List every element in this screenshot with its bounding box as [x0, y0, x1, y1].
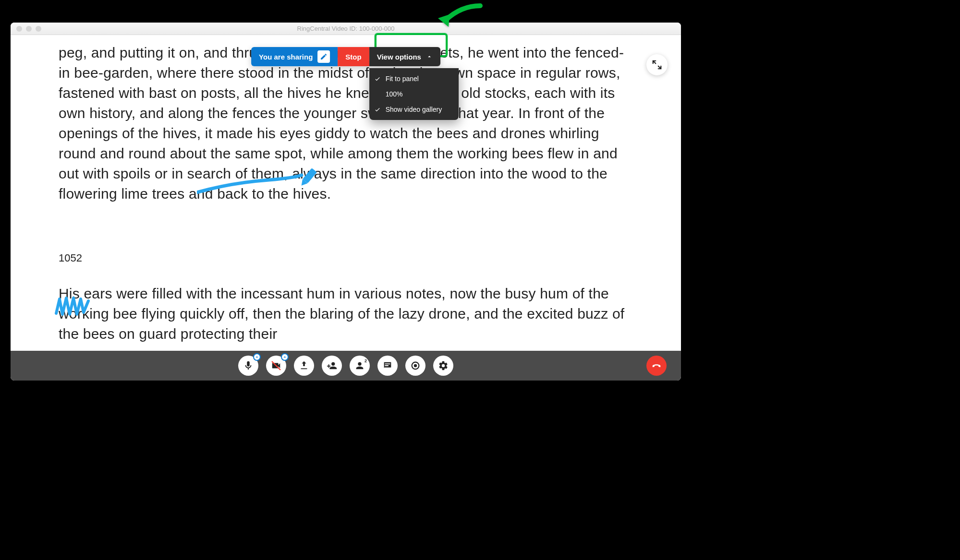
- window-traffic-lights[interactable]: [11, 26, 41, 32]
- stop-label: Stop: [345, 53, 361, 61]
- pencil-icon: [320, 53, 328, 60]
- record-button[interactable]: [405, 356, 425, 376]
- video-button[interactable]: [266, 356, 286, 376]
- close-dot[interactable]: [16, 26, 22, 32]
- chevron-up-icon: [282, 352, 288, 362]
- menu-item-show-video-gallery[interactable]: Show video gallery: [369, 102, 459, 117]
- titlebar: RingCentral Video ID: 100-000-000: [11, 23, 681, 35]
- minimize-dot[interactable]: [26, 26, 32, 32]
- app-window: RingCentral Video ID: 100-000-000 peg, a…: [11, 23, 681, 381]
- expand-icon: [652, 60, 662, 70]
- participant-count: 2: [365, 358, 367, 363]
- video-expand-badge[interactable]: [281, 353, 289, 361]
- window-title: RingCentral Video ID: 100-000-000: [11, 25, 681, 32]
- mute-button[interactable]: [238, 356, 258, 376]
- share-button[interactable]: [294, 356, 314, 376]
- chevron-up-icon: [426, 53, 433, 60]
- share-icon: [299, 360, 309, 371]
- gear-icon: [438, 360, 449, 371]
- menu-item-fit-to-panel[interactable]: Fit to panel: [369, 71, 459, 86]
- view-options-label: View options: [377, 53, 421, 61]
- record-icon: [410, 360, 421, 371]
- sharing-indicator: You are sharing: [251, 47, 338, 66]
- chat-icon: [382, 360, 393, 371]
- chevron-up-icon: [254, 352, 260, 362]
- settings-button[interactable]: [433, 356, 453, 376]
- invite-button[interactable]: [322, 356, 342, 376]
- chat-button[interactable]: [377, 356, 398, 376]
- add-person-icon: [327, 360, 337, 371]
- audio-expand-badge[interactable]: [253, 353, 261, 361]
- expand-button[interactable]: [646, 54, 668, 75]
- view-options-button[interactable]: View options Fit to panel 100%: [369, 47, 440, 66]
- hangup-icon: [651, 360, 662, 371]
- menu-item-100-percent[interactable]: 100%: [369, 86, 459, 102]
- participants-button[interactable]: 2: [350, 356, 370, 376]
- sharing-label: You are sharing: [259, 53, 313, 61]
- annotate-button[interactable]: [317, 50, 330, 63]
- menu-item-label: 100%: [386, 90, 403, 98]
- document-paragraph-2: His ears were filled with the incessant …: [59, 284, 633, 344]
- person-icon: [354, 360, 365, 371]
- view-options-menu: Fit to panel 100% Show video gallery: [369, 68, 459, 120]
- menu-item-label: Fit to panel: [386, 75, 419, 83]
- svg-point-4: [414, 364, 417, 367]
- share-bar: You are sharing Stop View options: [251, 47, 440, 66]
- document-paragraph-1: peg, and putting it on, and thrusting hi…: [59, 43, 633, 204]
- menu-item-label: Show video gallery: [386, 106, 442, 113]
- meeting-toolbar: 2: [11, 351, 681, 381]
- end-call-button[interactable]: [646, 356, 667, 376]
- document-page-number: 1052: [59, 252, 633, 264]
- shared-content-area: peg, and putting it on, and thrusting hi…: [11, 35, 681, 351]
- video-off-icon: [271, 360, 281, 371]
- zoom-dot[interactable]: [36, 26, 41, 32]
- microphone-icon: [243, 360, 254, 371]
- stop-sharing-button[interactable]: Stop: [338, 47, 369, 66]
- check-icon: [373, 75, 382, 82]
- check-icon: [373, 106, 382, 113]
